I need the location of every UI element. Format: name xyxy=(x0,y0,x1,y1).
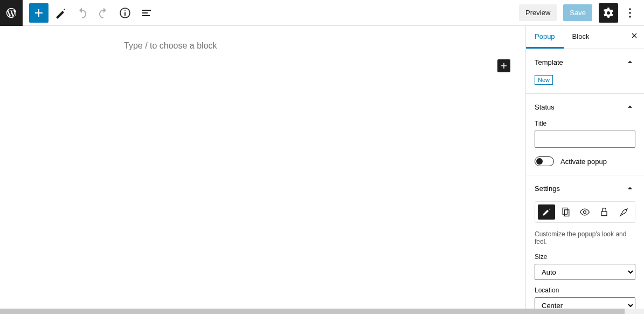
redo-button xyxy=(94,3,113,23)
preview-button[interactable]: Preview xyxy=(519,4,557,21)
lock-tab[interactable] xyxy=(595,204,613,220)
size-label: Size xyxy=(535,253,635,261)
visibility-tab[interactable] xyxy=(577,204,594,220)
toggle-inserter-button[interactable] xyxy=(29,3,49,23)
chevron-up-icon xyxy=(625,101,635,112)
chevron-up-icon xyxy=(625,183,635,194)
tab-popup[interactable]: Popup xyxy=(526,26,564,49)
settings-panel-header[interactable]: Settings xyxy=(526,175,644,201)
svg-rect-2 xyxy=(124,12,126,16)
add-block-button[interactable] xyxy=(497,59,510,72)
svg-point-3 xyxy=(629,8,631,10)
activate-popup-toggle[interactable] xyxy=(535,156,554,166)
advanced-tab[interactable] xyxy=(615,204,632,220)
title-input[interactable] xyxy=(535,131,635,148)
svg-rect-9 xyxy=(601,211,607,216)
tab-block[interactable]: Block xyxy=(564,26,598,49)
status-title: Status xyxy=(535,103,555,111)
close-panel-button[interactable] xyxy=(625,26,644,49)
settings-button[interactable] xyxy=(599,3,618,23)
appearance-tab[interactable] xyxy=(538,204,555,220)
svg-rect-7 xyxy=(564,210,569,216)
location-label: Location xyxy=(535,286,635,294)
template-title: Template xyxy=(535,58,563,66)
details-button[interactable] xyxy=(115,3,135,23)
new-template-button[interactable]: New xyxy=(535,75,553,85)
horizontal-scrollbar[interactable] xyxy=(0,309,644,314)
size-select[interactable]: Auto xyxy=(535,264,635,280)
svg-rect-6 xyxy=(563,208,567,215)
svg-point-5 xyxy=(629,16,631,18)
list-view-button[interactable] xyxy=(137,3,156,23)
svg-point-4 xyxy=(629,12,631,14)
pages-tab[interactable] xyxy=(557,204,574,220)
undo-button xyxy=(72,3,92,23)
settings-title: Settings xyxy=(535,185,560,193)
wordpress-logo[interactable] xyxy=(0,0,23,26)
svg-point-8 xyxy=(584,211,586,214)
status-panel-header[interactable]: Status xyxy=(526,94,644,120)
template-panel-header[interactable]: Template xyxy=(526,49,644,75)
title-label: Title xyxy=(535,120,635,127)
chevron-up-icon xyxy=(625,57,635,67)
svg-point-1 xyxy=(124,10,126,11)
save-button: Save xyxy=(563,4,592,21)
activate-label: Activate popup xyxy=(560,158,607,166)
tools-icon[interactable] xyxy=(51,3,70,23)
settings-hint: Customize the popup's look and feel. xyxy=(535,230,635,245)
options-button[interactable] xyxy=(620,3,640,23)
